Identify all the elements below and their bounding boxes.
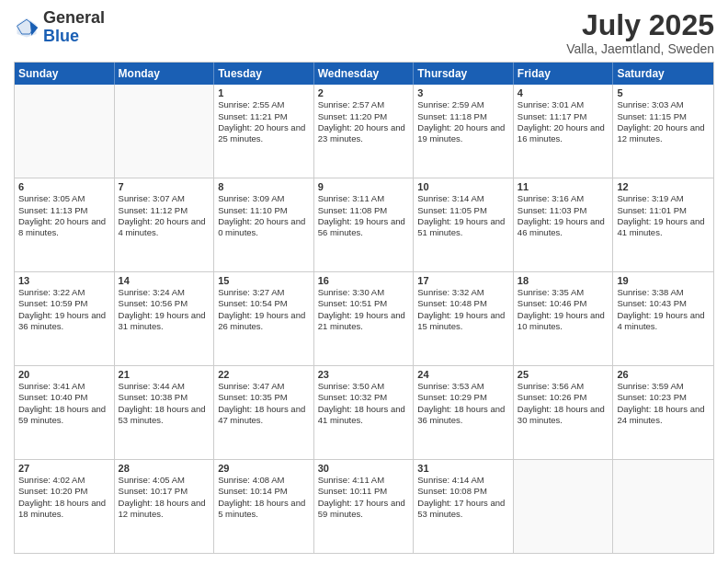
sunrise-text: Sunrise: 3:11 AM [318, 193, 384, 203]
calendar-cell: 30Sunrise: 4:11 AMSunset: 10:11 PMDaylig… [314, 460, 415, 553]
calendar-cell: 24Sunrise: 3:53 AMSunset: 10:29 PMDaylig… [414, 366, 514, 459]
calendar-cell: 8Sunrise: 3:09 AMSunset: 11:10 PMDayligh… [214, 178, 314, 271]
day-number: 23 [318, 369, 410, 380]
calendar: SundayMondayTuesdayWednesdayThursdayFrid… [14, 62, 714, 554]
sunrise-text: Sunrise: 4:08 AM [218, 475, 284, 485]
daylight-text: Daylight: 18 hours and 30 minutes. [518, 404, 605, 425]
sunrise-text: Sunrise: 2:57 AM [318, 99, 384, 109]
calendar-cell: 10Sunrise: 3:14 AMSunset: 11:05 PMDaylig… [414, 178, 514, 271]
day-number: 4 [518, 87, 609, 98]
daylight-text: Daylight: 20 hours and 0 minutes. [218, 216, 305, 237]
weekday-header: Monday [115, 63, 215, 85]
day-number: 6 [18, 181, 110, 192]
daylight-text: Daylight: 20 hours and 23 minutes. [318, 122, 405, 144]
day-number: 15 [218, 275, 310, 286]
sunrise-text: Sunrise: 4:05 AM [119, 475, 185, 485]
logo: General Blue [14, 9, 105, 46]
day-number: 22 [218, 369, 310, 380]
day-number: 2 [318, 87, 410, 98]
daylight-text: Daylight: 19 hours and 26 minutes. [218, 310, 305, 331]
cell-info: Sunrise: 3:09 AMSunset: 11:10 PMDaylight… [218, 193, 310, 238]
calendar-cell: 17Sunrise: 3:32 AMSunset: 10:48 PMDaylig… [414, 272, 514, 365]
sunrise-text: Sunrise: 3:19 AM [617, 193, 683, 203]
sunrise-text: Sunrise: 3:44 AM [119, 381, 185, 391]
location-title: Valla, Jaemtland, Sweden [566, 41, 714, 56]
daylight-text: Daylight: 18 hours and 53 minutes. [119, 404, 206, 425]
cell-info: Sunrise: 3:24 AMSunset: 10:56 PMDaylight… [119, 287, 210, 332]
daylight-text: Daylight: 18 hours and 18 minutes. [18, 498, 106, 519]
day-number: 28 [119, 463, 210, 474]
cell-info: Sunrise: 3:07 AMSunset: 11:12 PMDaylight… [119, 193, 210, 238]
cell-info: Sunrise: 3:44 AMSunset: 10:38 PMDaylight… [119, 381, 210, 426]
day-number: 21 [119, 369, 210, 380]
month-title: July 2025 [566, 9, 714, 41]
sunrise-text: Sunrise: 3:16 AM [518, 193, 584, 203]
sunset-text: Sunset: 10:26 PM [518, 392, 587, 402]
daylight-text: Daylight: 19 hours and 31 minutes. [119, 310, 206, 331]
sunset-text: Sunset: 10:23 PM [617, 392, 687, 402]
page: General Blue July 2025 Valla, Jaemtland,… [0, 0, 728, 563]
day-number: 14 [119, 275, 210, 286]
cell-info: Sunrise: 4:11 AMSunset: 10:11 PMDaylight… [318, 475, 410, 520]
calendar-cell: 5Sunrise: 3:03 AMSunset: 11:15 PMDayligh… [613, 85, 713, 178]
calendar-cell: 7Sunrise: 3:07 AMSunset: 11:12 PMDayligh… [115, 178, 215, 271]
calendar-cell: 12Sunrise: 3:19 AMSunset: 11:01 PMDaylig… [613, 178, 713, 271]
sunrise-text: Sunrise: 3:32 AM [417, 287, 483, 297]
daylight-text: Daylight: 20 hours and 16 minutes. [518, 122, 605, 144]
calendar-cell: 21Sunrise: 3:44 AMSunset: 10:38 PMDaylig… [115, 366, 215, 459]
sunset-text: Sunset: 10:08 PM [417, 486, 487, 496]
daylight-text: Daylight: 19 hours and 15 minutes. [417, 310, 505, 331]
sunset-text: Sunset: 10:20 PM [18, 486, 88, 496]
logo-general: General [43, 8, 105, 27]
calendar-cell: 14Sunrise: 3:24 AMSunset: 10:56 PMDaylig… [115, 272, 215, 365]
daylight-text: Daylight: 19 hours and 51 minutes. [417, 216, 505, 237]
cell-info: Sunrise: 3:47 AMSunset: 10:35 PMDaylight… [218, 381, 310, 426]
cell-info: Sunrise: 3:53 AMSunset: 10:29 PMDaylight… [417, 381, 509, 426]
sunrise-text: Sunrise: 3:22 AM [18, 287, 85, 297]
sunrise-text: Sunrise: 3:38 AM [617, 287, 683, 297]
daylight-text: Daylight: 19 hours and 41 minutes. [617, 216, 704, 237]
sunset-text: Sunset: 10:17 PM [119, 486, 188, 496]
calendar-cell: 15Sunrise: 3:27 AMSunset: 10:54 PMDaylig… [214, 272, 314, 365]
calendar-row: 20Sunrise: 3:41 AMSunset: 10:40 PMDaylig… [15, 366, 713, 460]
sunrise-text: Sunrise: 3:53 AM [417, 381, 483, 391]
day-number: 26 [617, 369, 710, 380]
sunrise-text: Sunrise: 3:03 AM [617, 99, 683, 109]
sunset-text: Sunset: 10:54 PM [218, 298, 288, 308]
sunset-text: Sunset: 11:17 PM [518, 111, 587, 121]
sunset-text: Sunset: 10:46 PM [518, 298, 587, 308]
sunrise-text: Sunrise: 3:59 AM [617, 381, 683, 391]
cell-info: Sunrise: 4:14 AMSunset: 10:08 PMDaylight… [417, 475, 509, 520]
sunrise-text: Sunrise: 3:07 AM [119, 193, 185, 203]
daylight-text: Daylight: 19 hours and 36 minutes. [18, 310, 106, 331]
cell-info: Sunrise: 3:35 AMSunset: 10:46 PMDaylight… [518, 287, 609, 332]
daylight-text: Daylight: 20 hours and 4 minutes. [119, 216, 206, 237]
header: General Blue July 2025 Valla, Jaemtland,… [14, 9, 714, 56]
sunrise-text: Sunrise: 3:30 AM [318, 287, 384, 297]
calendar-row: 13Sunrise: 3:22 AMSunset: 10:59 PMDaylig… [15, 272, 713, 366]
calendar-cell: 27Sunrise: 4:02 AMSunset: 10:20 PMDaylig… [15, 460, 115, 553]
day-number: 29 [218, 463, 310, 474]
sunset-text: Sunset: 10:48 PM [417, 298, 487, 308]
cell-info: Sunrise: 2:57 AMSunset: 11:20 PMDaylight… [318, 99, 410, 144]
day-number: 8 [218, 181, 310, 192]
sunrise-text: Sunrise: 3:50 AM [318, 381, 384, 391]
day-number: 18 [518, 275, 609, 286]
weekday-header: Thursday [414, 63, 514, 85]
daylight-text: Daylight: 18 hours and 41 minutes. [318, 404, 405, 425]
daylight-text: Daylight: 18 hours and 36 minutes. [417, 404, 505, 425]
calendar-cell [514, 460, 614, 553]
daylight-text: Daylight: 17 hours and 53 minutes. [417, 498, 505, 519]
day-number: 1 [218, 87, 310, 98]
daylight-text: Daylight: 18 hours and 12 minutes. [119, 498, 206, 519]
day-number: 11 [518, 181, 609, 192]
sunrise-text: Sunrise: 3:41 AM [18, 381, 85, 391]
sunset-text: Sunset: 11:18 PM [417, 111, 487, 121]
cell-info: Sunrise: 4:02 AMSunset: 10:20 PMDaylight… [18, 475, 110, 520]
calendar-cell [15, 85, 115, 178]
sunrise-text: Sunrise: 3:24 AM [119, 287, 185, 297]
sunrise-text: Sunrise: 3:09 AM [218, 193, 284, 203]
sunset-text: Sunset: 11:08 PM [318, 205, 388, 215]
sunrise-text: Sunrise: 3:01 AM [518, 99, 584, 109]
sunset-text: Sunset: 10:38 PM [119, 392, 188, 402]
